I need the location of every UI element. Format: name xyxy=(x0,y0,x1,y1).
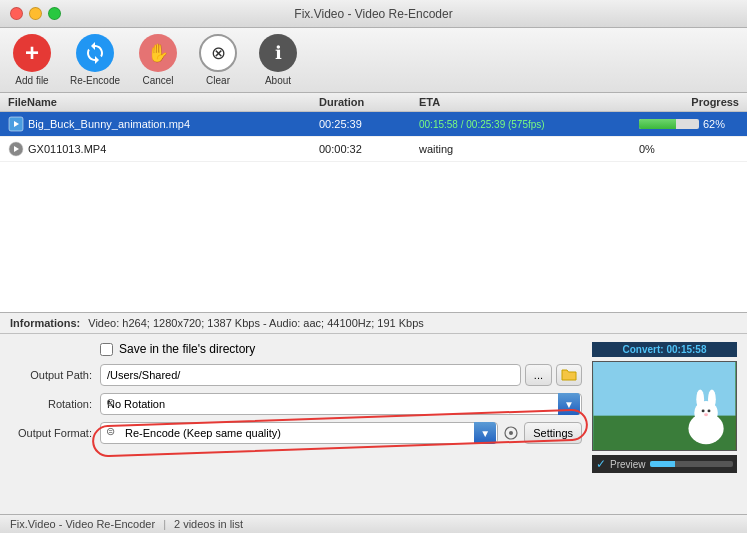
rotation-select-wrap: No Rotation 90° Clockwise 90° Counter-Cl… xyxy=(100,393,582,415)
minimize-button[interactable] xyxy=(29,7,42,20)
status-app-name: Fix.Video - Video Re-Encoder xyxy=(10,518,155,530)
path-row: ... xyxy=(100,364,582,386)
rotation-label: Rotation: xyxy=(10,398,100,410)
clear-label: Clear xyxy=(206,75,230,86)
window-title: Fix.Video - Video Re-Encoder xyxy=(294,7,452,21)
preview-progress-fill xyxy=(650,461,675,467)
output-path-label: Output Path: xyxy=(10,369,100,381)
file-name-cell: Big_Buck_Bunny_animation.mp4 xyxy=(8,116,319,132)
clear-button[interactable]: ⊗ Clear xyxy=(196,34,240,86)
info-bar: Informations: Video: h264; 1280x720; 138… xyxy=(0,313,747,334)
svg-point-11 xyxy=(708,409,711,412)
output-format-label: Output Format: xyxy=(10,427,100,439)
progress-cell: 62% xyxy=(639,118,739,130)
toolbar: + Add file Re-Encode ✋ Cancel ⊗ Clear ℹ … xyxy=(0,28,747,93)
col-header-eta: ETA xyxy=(419,96,639,108)
about-label: About xyxy=(265,75,291,86)
preview-image xyxy=(592,361,737,451)
file-eta: 00:15:58 / 00:25:39 (575fps) xyxy=(419,119,639,130)
info-bar-text: Video: h264; 1280x720; 1387 Kbps - Audio… xyxy=(88,317,424,329)
window-controls[interactable] xyxy=(10,7,61,20)
output-format-row: Output Format: Re-Encode (Keep same qual… xyxy=(10,422,582,444)
output-path-row: Output Path: ... xyxy=(10,364,582,386)
file-duration: 00:00:32 xyxy=(319,143,419,155)
browse-button[interactable]: ... xyxy=(525,364,552,386)
preview-progress-bar xyxy=(650,461,733,467)
svg-point-9 xyxy=(708,389,716,409)
svg-point-10 xyxy=(702,409,705,412)
file-name: GX011013.MP4 xyxy=(28,143,106,155)
cancel-icon: ✋ xyxy=(139,34,177,72)
folder-icon xyxy=(561,368,577,382)
col-header-progress: Progress xyxy=(639,96,739,108)
status-info: 2 videos in list xyxy=(174,518,243,530)
progress-text: 0% xyxy=(639,143,655,155)
about-button[interactable]: ℹ About xyxy=(256,34,300,86)
re-encode-button[interactable]: Re-Encode xyxy=(70,34,120,86)
progress-text: 62% xyxy=(703,118,725,130)
add-file-button[interactable]: + Add file xyxy=(10,34,54,86)
clear-icon: ⊗ xyxy=(199,34,237,72)
preview-label: Preview xyxy=(610,459,646,470)
preview-footer: ✓ Preview xyxy=(592,455,737,473)
file-list-container: FileName Duration ETA Progress Big_Buck_… xyxy=(0,93,747,313)
svg-point-12 xyxy=(704,413,708,416)
video-file-icon xyxy=(8,116,24,132)
file-list-header: FileName Duration ETA Progress xyxy=(0,93,747,112)
title-bar: Fix.Video - Video Re-Encoder xyxy=(0,0,747,28)
info-bar-label: Informations: xyxy=(10,317,80,329)
bottom-section: Save in the file's directory Output Path… xyxy=(0,334,747,514)
output-path-input[interactable] xyxy=(100,364,521,386)
preview-scene xyxy=(593,362,736,450)
progress-cell: 0% xyxy=(639,143,739,155)
svg-point-3 xyxy=(509,431,513,435)
preview-panel: Convert: 00:15:58 xyxy=(592,342,737,506)
svg-point-8 xyxy=(696,389,704,409)
save-dir-row: Save in the file's directory xyxy=(10,342,582,356)
save-dir-checkbox[interactable] xyxy=(100,343,113,356)
cancel-label: Cancel xyxy=(142,75,173,86)
settings-icon xyxy=(504,426,518,440)
output-format-select-wrap: Re-Encode (Keep same quality) Convert (C… xyxy=(100,422,498,444)
rotation-select[interactable]: No Rotation 90° Clockwise 90° Counter-Cl… xyxy=(100,393,582,415)
about-icon: ℹ xyxy=(259,34,297,72)
re-encode-icon xyxy=(76,34,114,72)
close-button[interactable] xyxy=(10,7,23,20)
folder-icon-button[interactable] xyxy=(556,364,582,386)
preview-header: Convert: 00:15:58 xyxy=(592,342,737,357)
settings-button[interactable]: Settings xyxy=(524,422,582,444)
add-file-label: Add file xyxy=(15,75,48,86)
progress-bar-fill xyxy=(639,119,676,129)
preview-content xyxy=(593,362,736,450)
file-eta: waiting xyxy=(419,143,639,155)
status-bar: Fix.Video - Video Re-Encoder | 2 videos … xyxy=(0,514,747,533)
file-list-body[interactable]: Big_Buck_Bunny_animation.mp4 00:25:39 00… xyxy=(0,112,747,312)
progress-bar-wrap xyxy=(639,119,699,129)
file-name: Big_Buck_Bunny_animation.mp4 xyxy=(28,118,190,130)
cancel-button[interactable]: ✋ Cancel xyxy=(136,34,180,86)
table-row[interactable]: Big_Buck_Bunny_animation.mp4 00:25:39 00… xyxy=(0,112,747,137)
save-dir-label: Save in the file's directory xyxy=(119,342,255,356)
file-duration: 00:25:39 xyxy=(319,118,419,130)
preview-check-icon: ✓ xyxy=(596,457,606,471)
rotation-row: Rotation: No Rotation 90° Clockwise 90° … xyxy=(10,393,582,415)
add-file-icon: + xyxy=(13,34,51,72)
output-format-select[interactable]: Re-Encode (Keep same quality) Convert (C… xyxy=(100,422,498,444)
video-file-icon xyxy=(8,141,24,157)
col-header-duration: Duration xyxy=(319,96,419,108)
file-name-cell: GX011013.MP4 xyxy=(8,141,319,157)
status-divider: | xyxy=(163,518,166,530)
col-header-filename: FileName xyxy=(8,96,319,108)
table-row[interactable]: GX011013.MP4 00:00:32 waiting 0% xyxy=(0,137,747,162)
maximize-button[interactable] xyxy=(48,7,61,20)
re-encode-label: Re-Encode xyxy=(70,75,120,86)
settings-panel: Save in the file's directory Output Path… xyxy=(10,342,582,506)
